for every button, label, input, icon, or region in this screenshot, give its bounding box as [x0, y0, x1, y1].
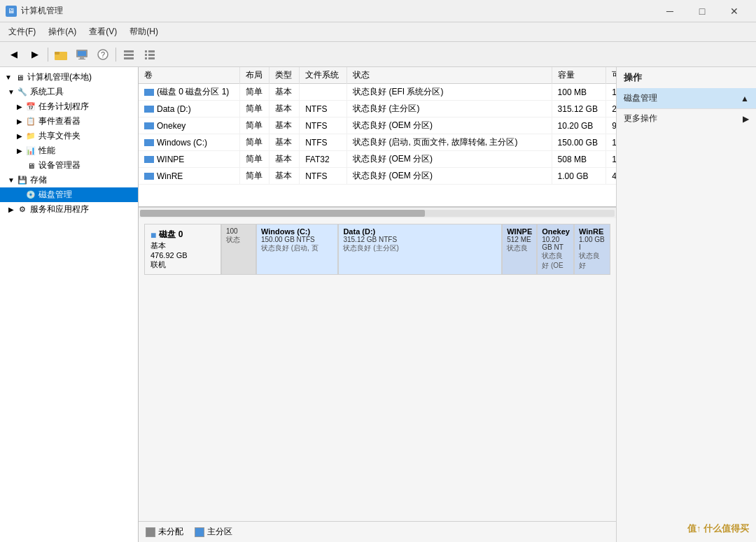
- partition-efi[interactable]: 100 状态: [222, 224, 257, 274]
- sidebar-item-performance[interactable]: ▶ 📊 性能: [0, 143, 138, 158]
- partition-winpe[interactable]: WINPE 512 ME 状态良: [503, 224, 538, 274]
- legend-unallocated-label: 未分配: [158, 526, 183, 538]
- table-row[interactable]: Onekey 简单 基本 NTFS 状态良好 (OEM 分区) 10.20 GB…: [139, 117, 616, 134]
- disk-table-area[interactable]: 卷 布局 类型 文件系统 状态 容量 可 (磁盘 0 磁盘分区 1) 简单 基本…: [139, 67, 616, 207]
- sidebar-item-event-viewer[interactable]: ▶ 📋 事件查看器: [0, 114, 138, 129]
- cell-layout: 简单: [239, 84, 270, 101]
- cell-volume: WINPE: [139, 151, 239, 168]
- col-fs: 文件系统: [300, 67, 347, 84]
- main-layout: ▼ 🖥 计算机管理(本地) ▼ 🔧 系统工具 ▶ 📅 任务计划程序 ▶ 📋 事件…: [0, 67, 756, 542]
- disk-name-label: 磁盘 0: [159, 229, 183, 241]
- disk-status-0: 联机: [150, 259, 215, 270]
- back-button[interactable]: ◀: [4, 45, 24, 64]
- svg-rect-16: [148, 57, 155, 59]
- maximize-button[interactable]: □: [686, 0, 718, 22]
- cell-size: 150.00 GB: [552, 134, 606, 151]
- table-row[interactable]: Windows (C:) 简单 基本 NTFS 状态良好 (启动, 页面文件, …: [139, 134, 616, 151]
- partition-windows[interactable]: Windows (C:) 150.00 GB NTFS 状态良好 (启动, 页: [257, 224, 339, 274]
- expand-performance[interactable]: ▶: [14, 145, 25, 157]
- sidebar-item-disk-management[interactable]: ▶ 💿 磁盘管理: [0, 187, 138, 202]
- p2-name: Windows (C:): [261, 227, 333, 236]
- table-row[interactable]: (磁盘 0 磁盘分区 1) 简单 基本 状态良好 (EFI 系统分区) 100 …: [139, 84, 616, 101]
- cell-volume: WinRE: [139, 168, 239, 185]
- cell-fs: NTFS: [300, 168, 347, 185]
- forward-button[interactable]: ▶: [25, 45, 45, 64]
- toolbar-help-button[interactable]: ?: [93, 45, 113, 64]
- legend-bar: 未分配 主分区: [139, 521, 616, 542]
- scrollbar-track: [140, 210, 615, 217]
- expand-storage[interactable]: ▼: [6, 175, 17, 186]
- sidebar-item-shared-folders[interactable]: ▶ 📁 共享文件夹: [0, 129, 138, 143]
- toolbar: ◀ ▶ ?: [0, 42, 756, 67]
- p4-status: 状态良: [507, 243, 532, 253]
- svg-rect-15: [145, 57, 147, 59]
- expand-sys-tools[interactable]: ▼: [6, 87, 17, 98]
- ops-header: 操作: [617, 67, 756, 88]
- expand-shared-folders[interactable]: ▶: [14, 131, 25, 142]
- sidebar-item-storage[interactable]: ▼ 💾 存储: [0, 173, 138, 187]
- event-viewer-label: 事件查看器: [38, 115, 80, 127]
- menu-item-V[interactable]: 查看(V): [83, 24, 122, 39]
- menu-bar: 文件(F)操作(A)查看(V)帮助(H): [0, 22, 756, 42]
- cell-size: 10.20 GB: [552, 117, 606, 134]
- expand-event-viewer[interactable]: ▶: [14, 116, 25, 127]
- p2-size: 150.00 GB NTFS: [261, 236, 333, 243]
- expand-task-scheduler[interactable]: ▶: [14, 101, 25, 113]
- sidebar-item-root[interactable]: ▼ 🖥 计算机管理(本地): [0, 70, 138, 85]
- legend-unallocated: 未分配: [146, 526, 183, 538]
- partition-data[interactable]: Data (D:) 315.12 GB NTFS 状态良好 (主分区): [339, 224, 503, 274]
- close-button[interactable]: ✕: [718, 0, 750, 22]
- minimize-button[interactable]: ─: [654, 0, 686, 22]
- sidebar-item-services[interactable]: ▶ ⚙ 服务和应用程序: [0, 202, 138, 217]
- toolbar-folder-button[interactable]: [51, 45, 71, 64]
- menu-item-H[interactable]: 帮助(H): [124, 24, 164, 39]
- partition-winre[interactable]: WinRE 1.00 GB I 状态良好: [575, 224, 610, 274]
- ops-sub-item[interactable]: 更多操作 ▶: [617, 109, 756, 128]
- toolbar-computer-button[interactable]: [72, 45, 92, 64]
- cell-size: 100 MB: [552, 84, 606, 101]
- cell-fs: NTFS: [300, 117, 347, 134]
- device-manager-label: 设备管理器: [38, 159, 80, 171]
- horizontal-scrollbar[interactable]: [139, 207, 616, 218]
- menu-item-A[interactable]: 操作(A): [43, 24, 82, 39]
- col-size: 容量: [552, 67, 606, 84]
- disk-table: 卷 布局 类型 文件系统 状态 容量 可 (磁盘 0 磁盘分区 1) 简单 基本…: [139, 67, 616, 185]
- table-row[interactable]: WinRE 简单 基本 NTFS 状态良好 (OEM 分区) 1.00 GB 4…: [139, 168, 616, 185]
- scrollbar-thumb[interactable]: [140, 210, 425, 217]
- col-layout: 布局: [239, 67, 270, 84]
- device-manager-icon: 🖥: [25, 160, 36, 171]
- p3-name: Data (D:): [343, 227, 497, 236]
- cell-pct: 12: [606, 134, 616, 151]
- expand-services[interactable]: ▶: [6, 204, 17, 215]
- cell-size: 1.00 GB: [552, 168, 606, 185]
- cell-volume: (磁盘 0 磁盘分区 1): [139, 84, 239, 101]
- toolbar-sep-1: [48, 48, 48, 62]
- svg-rect-9: [124, 54, 134, 56]
- toolbar-list-button[interactable]: [119, 45, 139, 64]
- cell-fs: NTFS: [300, 101, 347, 117]
- disk-partitions-0: 100 状态 Windows (C:) 150.00 GB NTFS 状态良好 …: [222, 224, 610, 274]
- disk-management-icon: 💿: [25, 190, 36, 201]
- sidebar-item-task-scheduler[interactable]: ▶ 📅 任务计划程序: [0, 99, 138, 114]
- services-icon: ⚙: [17, 204, 28, 215]
- disk-info-0: ■ 磁盘 0 基本 476.92 GB 联机: [145, 224, 222, 274]
- sidebar-item-sys-tools[interactable]: ▼ 🔧 系统工具: [0, 85, 138, 99]
- table-row[interactable]: WINPE 简单 基本 FAT32 状态良好 (OEM 分区) 508 MB 1…: [139, 151, 616, 168]
- cell-layout: 简单: [239, 168, 270, 185]
- p3-status: 状态良好 (主分区): [343, 243, 497, 253]
- window-controls[interactable]: ─ □ ✕: [654, 0, 750, 22]
- ops-main-item[interactable]: 磁盘管理 ▲: [617, 88, 756, 109]
- cell-pct: 10: [606, 84, 616, 101]
- partition-onekey[interactable]: Onekey 10.20 GB NT 状态良好 (OE: [538, 224, 575, 274]
- expand-root[interactable]: ▼: [3, 72, 14, 83]
- toolbar-details-button[interactable]: [140, 45, 160, 64]
- task-scheduler-icon: 📅: [25, 101, 36, 113]
- sidebar-item-device-manager[interactable]: ▶ 🖥 设备管理器: [0, 158, 138, 173]
- disk-name-0: ■ 磁盘 0: [150, 229, 215, 241]
- disk-management-label: 磁盘管理: [38, 189, 72, 201]
- sidebar: ▼ 🖥 计算机管理(本地) ▼ 🔧 系统工具 ▶ 📅 任务计划程序 ▶ 📋 事件…: [0, 67, 139, 542]
- menu-item-F[interactable]: 文件(F): [3, 24, 41, 39]
- p6-size: 1.00 GB I: [579, 236, 606, 251]
- performance-label: 性能: [38, 145, 55, 157]
- table-row[interactable]: Data (D:) 简单 基本 NTFS 状态良好 (主分区) 315.12 G…: [139, 101, 616, 117]
